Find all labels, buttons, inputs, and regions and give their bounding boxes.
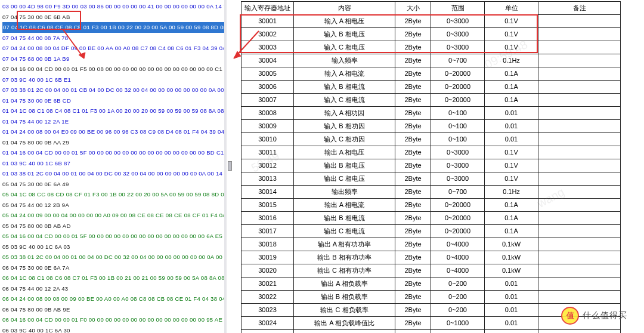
cell-range: 0~100 [431,120,485,133]
cell-range: 0~200 [431,278,485,291]
table-row: 30012输出 B 相电压2Byte0~30000.1V [242,159,621,172]
table-header-row: 输入寄存器地址 内容 大小 范围 单位 备注 [242,2,621,15]
table-row: 30015输出 A 相电流2Byte0~200000.1A [242,199,621,212]
cell-size: 2Byte [395,94,431,107]
cell-unit: 0.01 [485,278,538,291]
cell-addr: 30025 [242,330,294,334]
cell-content: 输出 A 相负载率 [294,278,395,291]
cell-unit: 0.1kW [485,238,538,251]
cell-note [538,238,621,251]
highlight-box-hex [17,11,81,30]
cell-note [538,159,621,172]
cell-unit: 0.01 [485,330,538,334]
cell-content: 输出 C 相有功功率 [294,264,395,278]
cell-unit: 0.1Hz [485,54,538,67]
cell-addr: 30021 [242,278,294,291]
cell-size: 2Byte [395,54,431,67]
cell-note [538,94,621,107]
table-row: 30008输入 A 相功因2Byte0~1000.01 [242,107,621,120]
cell-size: 2Byte [395,317,431,330]
cell-content: 输入 B 相功因 [294,120,395,133]
cell-note [538,225,621,238]
cell-note [538,278,621,291]
cell-content: 输出 C 相电压 [294,172,395,186]
cell-range: 0~20000 [431,67,485,81]
cell-content: 输入频率 [294,54,395,67]
table-row: 30007输入 C 相电流2Byte0~200000.1A [242,94,621,107]
cell-unit: 0.01 [485,120,538,133]
cell-range: 0~200 [431,291,485,304]
table-row: 30019输出 B 相有功功率2Byte0~40000.1kW [242,251,621,264]
cell-content: 输入 A 相功因 [294,107,395,120]
table-row: 30018输出 A 相有功功率2Byte0~40000.1kW [242,238,621,251]
cell-size: 2Byte [395,278,431,291]
cell-size: 2Byte [395,212,431,225]
cell-range: 0~700 [431,186,485,199]
hex-line: 07 04 75 44 00 08 7A 78 [2,33,222,44]
cell-size: 2Byte [395,120,431,133]
hex-line: 01 04 24 00 08 00 04 E0 09 00 BE 00 96 0… [2,127,222,137]
cell-addr: 30024 [242,317,294,330]
hex-line: 01 03 38 01 2C 00 04 00 01 00 04 00 DC 0… [2,168,222,179]
cell-size: 2Byte [395,291,431,304]
cell-content: 输出 C 相电流 [294,225,395,238]
cell-unit: 0.01 [485,133,538,146]
cell-content: 输出 B 相负载峰值比 [294,330,395,334]
cell-addr: 30004 [242,54,294,67]
cell-range: 0~100 [431,133,485,146]
hex-line: 06 04 24 00 08 00 08 00 09 00 BE 00 A0 0… [2,294,222,304]
cell-note [538,264,621,278]
hex-line: 06 04 16 00 04 CD 00 00 01 F0 00 00 00 0… [2,314,222,325]
cell-size: 2Byte [395,133,431,146]
cell-content: 输出频率 [294,186,395,199]
cell-note [538,120,621,133]
cell-content: 输出 A 相电流 [294,199,395,212]
table-row: 30011输出 A 相电压2Byte0~30000.1V [242,146,621,159]
cell-unit: 0.1V [485,159,538,172]
badge-char: 值 [566,310,574,321]
cell-unit: 0.01 [485,304,538,317]
cell-unit: 0.01 [485,291,538,304]
cell-range: 0~1000 [431,330,485,334]
cell-note [538,212,621,225]
cell-addr: 30010 [242,133,294,146]
table-row: 30013输出 C 相电压2Byte0~30000.1V [242,172,621,186]
hex-line: 01 04 75 44 00 12 2A 1E [2,116,222,127]
hex-line: 01 04 16 00 04 CD 00 00 01 5F 00 00 00 0… [2,147,222,158]
cell-range: 0~3000 [431,172,485,186]
cell-unit: 0.1kW [485,264,538,278]
cell-range: 0~700 [431,54,485,67]
table-row: 30017输出 C 相电流2Byte0~200000.1A [242,225,621,238]
cell-content: 输入 C 相功因 [294,133,395,146]
hex-line: 05 04 75 30 00 0E 6A 49 [2,179,222,190]
cell-size: 2Byte [395,264,431,278]
cell-range: 0~1000 [431,317,485,330]
cell-range: 0~20000 [431,225,485,238]
hex-line: 01 04 1C 08 C1 08 C4 08 C1 01 F3 00 1A 0… [2,106,222,116]
cell-addr: 30023 [242,304,294,317]
cell-note [538,146,621,159]
hex-panel: 03 00 00 4D 98 00 F9 3D 00 03 00 86 00 0… [0,0,227,333]
cell-unit: 0.1A [485,225,538,238]
hex-line: 05 04 75 80 00 0B AB AD [2,221,222,232]
cell-addr: 30019 [242,251,294,264]
cell-size: 2Byte [395,159,431,172]
cell-size: 2Byte [395,238,431,251]
cell-range: 0~20000 [431,81,485,94]
th-content: 内容 [294,2,395,15]
cell-unit: 0.1V [485,172,538,186]
table-row: 30006输入 B 相电流2Byte0~200000.1A [242,81,621,94]
badge-text: 什么值得买 [583,310,627,321]
cell-content: 输出 A 相电压 [294,146,395,159]
cell-size: 2Byte [395,225,431,238]
panel-splitter-handle[interactable] [228,161,232,171]
hex-line: 01 04 75 80 00 0B AA 29 [2,137,222,148]
table-row: 30004输入频率2Byte0~7000.1Hz [242,54,621,67]
cell-content: 输入 B 相电流 [294,81,395,94]
cell-addr: 30014 [242,186,294,199]
th-addr: 输入寄存器地址 [242,2,294,15]
table-row: 30025输出 B 相负载峰值比2Byte0~10000.01 [242,330,621,334]
th-unit: 单位 [485,2,538,15]
badge-circle-icon: 值 [561,307,579,325]
table-row: 30021输出 A 相负载率2Byte0~2000.01 [242,278,621,291]
